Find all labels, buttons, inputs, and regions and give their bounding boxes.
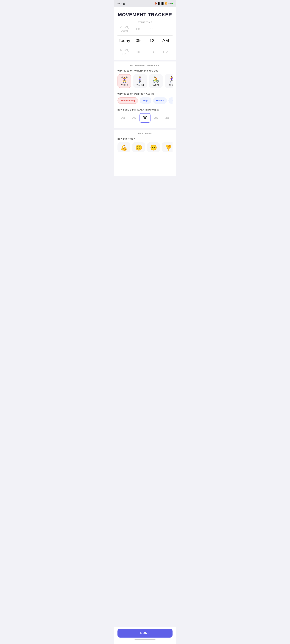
time-cell-date-bottom: 4 Oct, Fri bbox=[118, 48, 131, 56]
feelings-question: HOW DID IT GO? bbox=[118, 138, 172, 140]
running-emoji: 🏃‍♀️ bbox=[168, 77, 173, 82]
camera-icon: 📷 bbox=[122, 2, 125, 5]
strong-emoji: 💪 bbox=[120, 145, 128, 150]
time-cell-date-active: Today bbox=[118, 38, 131, 43]
duration-30-active[interactable]: 30 bbox=[140, 113, 150, 123]
time-picker[interactable]: 2 Oct, Wed 08 11 Today 09 12 AM 4 Oct, F… bbox=[114, 24, 176, 57]
time-cell-minute-top: 11 bbox=[145, 27, 159, 31]
workout-pill-weightlifting[interactable]: Weightlifting bbox=[118, 97, 138, 104]
done-button-container: DONE bbox=[114, 627, 176, 644]
battery-percent: 66% bbox=[168, 2, 172, 4]
time-cell-minute-active: 12 bbox=[145, 38, 159, 43]
signal-icon: ▐▐▐▐▐ bbox=[158, 2, 164, 4]
activity-question: WHAT KIND OF ACTIVITY DID YOU DO? bbox=[118, 70, 172, 72]
bad-emoji: 👎 bbox=[165, 145, 172, 150]
workout-label: Workout bbox=[120, 84, 128, 86]
start-time-section: START TIME 2 Oct, Wed 08 11 Today 09 12 … bbox=[114, 20, 176, 57]
good-emoji: 🙂 bbox=[135, 145, 142, 150]
done-button[interactable]: DONE bbox=[118, 628, 172, 638]
time-picker-divider-bottom bbox=[118, 46, 172, 46]
time-cell-period-bottom: PM bbox=[159, 50, 173, 54]
workout-question: WHAT KIND OF WORKOUT WAS IT? bbox=[118, 93, 172, 95]
time-row-top: 2 Oct, Wed 08 11 bbox=[118, 24, 172, 34]
duration-40[interactable]: 40 bbox=[162, 114, 172, 121]
workout-scroll: Weightlifting Yoga Pilates Aerobics Step… bbox=[118, 97, 172, 105]
main-content: MOVEMENT TRACKER START TIME 2 Oct, Wed 0… bbox=[114, 7, 176, 176]
activity-scroll: 🏋️‍♀️ Workout 🚶‍♀️ Walking 🚴 Cycling 🏃‍♀… bbox=[118, 74, 172, 89]
activity-card-workout[interactable]: 🏋️‍♀️ Workout bbox=[118, 74, 131, 88]
feeling-card-tough[interactable]: 😟 bbox=[147, 142, 160, 152]
time-row-bottom: 4 Oct, Fri 10 13 PM bbox=[118, 47, 172, 57]
movement-tracker-section: MOVEMENT TRACKER WHAT KIND OF ACTIVITY D… bbox=[114, 64, 176, 124]
battery-indicator: 66% bbox=[168, 2, 173, 4]
duration-25[interactable]: 25 bbox=[128, 114, 140, 121]
walking-label: Walking bbox=[136, 84, 144, 86]
vibrate-icon: 🔕 bbox=[154, 2, 157, 4]
feeling-card-good[interactable]: 🙂 bbox=[132, 142, 145, 152]
workout-pill-aerobics[interactable]: Aerobics bbox=[168, 97, 172, 104]
time-cell-hour-top: 08 bbox=[131, 27, 145, 31]
time-cell-hour-active: 09 bbox=[131, 38, 145, 43]
time-row-active[interactable]: Today 09 12 AM bbox=[118, 37, 172, 44]
cycling-label: Cycling bbox=[152, 84, 159, 86]
running-label: Running bbox=[168, 84, 172, 86]
wifi-icon: 📶 bbox=[165, 2, 167, 4]
feelings-title: FEELINGS bbox=[118, 132, 172, 135]
status-bar: 9:12 📷 🔕 ▐▐▐▐▐ 📶 66% bbox=[114, 0, 176, 7]
workout-pill-yoga[interactable]: Yoga bbox=[140, 97, 152, 104]
walking-emoji: 🚶‍♀️ bbox=[137, 77, 144, 82]
time-cell-period-active: AM bbox=[159, 38, 173, 43]
feelings-section: FEELINGS HOW DID IT GO? 💪 🙂 😟 👎 bbox=[114, 132, 176, 154]
section-divider-1 bbox=[114, 60, 176, 62]
activity-card-walking[interactable]: 🚶‍♀️ Walking bbox=[133, 74, 147, 88]
time-cell-date-top: 2 Oct, Wed bbox=[118, 25, 131, 33]
app-title: MOVEMENT TRACKER bbox=[114, 7, 176, 20]
cycling-emoji: 🚴 bbox=[152, 77, 160, 82]
activity-card-running[interactable]: 🏃‍♀️ Running bbox=[165, 74, 172, 88]
activity-card-cycling[interactable]: 🚴 Cycling bbox=[149, 74, 163, 88]
duration-scroll[interactable]: 20 25 30 35 40 bbox=[118, 113, 172, 124]
feeling-scroll: 💪 🙂 😟 👎 bbox=[118, 142, 172, 154]
feeling-card-bad[interactable]: 👎 bbox=[162, 142, 172, 152]
duration-35[interactable]: 35 bbox=[150, 114, 162, 121]
workout-emoji: 🏋️‍♀️ bbox=[121, 77, 128, 82]
status-icons: 🔕 ▐▐▐▐▐ 📶 66% bbox=[154, 2, 173, 4]
feeling-card-strong[interactable]: 💪 bbox=[118, 142, 130, 152]
home-indicator bbox=[134, 639, 156, 640]
time-cell-hour-bottom: 10 bbox=[131, 50, 145, 54]
duration-20[interactable]: 20 bbox=[118, 114, 128, 121]
tough-emoji: 😟 bbox=[150, 145, 157, 150]
duration-question: HOW LONG DID IT TAKE? (IN MINUTES) bbox=[118, 109, 172, 111]
workout-pill-pilates[interactable]: Pilates bbox=[153, 97, 167, 104]
movement-section-title: MOVEMENT TRACKER bbox=[118, 64, 172, 67]
status-time: 9:12 bbox=[117, 2, 122, 5]
section-divider-2 bbox=[114, 128, 176, 130]
start-time-label: START TIME bbox=[114, 20, 176, 24]
battery-dot bbox=[172, 3, 173, 4]
time-cell-minute-bottom: 13 bbox=[145, 50, 159, 54]
